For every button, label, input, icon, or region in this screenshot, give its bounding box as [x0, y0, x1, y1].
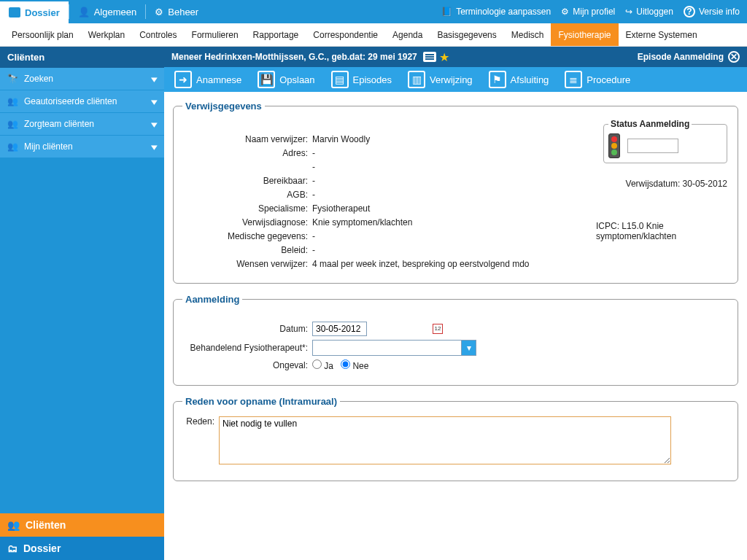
link-label: Terminologie aanpassen: [456, 7, 551, 17]
top-tab-beheer[interactable]: ⚙ Beheer: [146, 0, 207, 23]
subnav-formulieren[interactable]: Formulieren: [185, 23, 246, 46]
lbl-ongeval: Ongeval:: [182, 360, 312, 370]
top-tabs: Dossier 👤 Algemeen ⚙ Beheer: [0, 0, 207, 23]
patient-title: Meneer Hedrinkxen-Motthijssen, G.C., geb…: [171, 52, 417, 62]
close-icon[interactable]: ✕: [728, 51, 740, 63]
group-aanmelding: Aanmelding Datum: Behandelend Fysiothera…: [173, 294, 738, 386]
subnav-fysiotherapie[interactable]: Fysiotherapie: [551, 23, 618, 46]
lbl-bereikbaar: Bereikbaar:: [182, 176, 312, 186]
top-tab-label: Algemeen: [94, 7, 137, 18]
subnav-controles[interactable]: Controles: [132, 23, 184, 46]
group-legend: Aanmelding: [182, 294, 242, 305]
sidebar-header: Cliënten: [0, 47, 164, 68]
tool-label: Opslaan: [279, 74, 314, 85]
tool-anamnese[interactable]: ➜Anamnese: [167, 68, 249, 91]
people-icon: 👥: [7, 519, 20, 531]
link-versie-info[interactable]: ?Versie info: [684, 6, 740, 18]
link-mijn-profiel[interactable]: ⚙Mijn profiel: [561, 7, 615, 17]
traffic-light-icon: [608, 133, 620, 158]
sidebar-item-mijn-clienten[interactable]: 👥 Mijn cliënten: [0, 136, 164, 158]
folders-icon: 🗂: [7, 542, 18, 554]
subnav-persoonlijk-plan[interactable]: Persoonlijk plan: [4, 23, 81, 46]
note-icon: ▥: [408, 71, 425, 88]
lbl-medische-gegevens: Medische gegevens:: [182, 231, 312, 241]
tool-procedure[interactable]: ≣Procedure: [557, 68, 638, 91]
top-tab-dossier[interactable]: Dossier: [0, 0, 69, 23]
tool-label: Verwijzing: [430, 74, 473, 85]
icpc-info: ICPC: L15.0 Knie symptomen/klachten: [596, 221, 727, 241]
verwijsdatum-info: Verwijsdatum: 30-05-2012: [626, 179, 727, 189]
calendar-icon[interactable]: [433, 324, 443, 334]
sidebar-item-zoeken[interactable]: 🔭 Zoeken: [0, 68, 164, 90]
top-tab-algemeen[interactable]: 👤 Algemeen: [69, 0, 146, 23]
sidebar-item-geautoriseerde[interactable]: 👥 Geautoriseerde cliënten: [0, 90, 164, 113]
people-icon: 👥: [7, 119, 18, 129]
select-display[interactable]: [312, 340, 462, 356]
people-icon: 👥: [7, 141, 18, 152]
group-legend: Reden voor opname (Intramuraal): [182, 396, 340, 407]
sidebar-item-label: Zoeken: [24, 74, 53, 84]
sidebar-item-zorgteam[interactable]: 👥 Zorgteam cliënten: [0, 113, 164, 136]
chevron-down-icon[interactable]: ▾: [462, 340, 476, 356]
link-label: Versie info: [699, 7, 740, 17]
bottom-tab-clienten[interactable]: 👥 Cliënten: [0, 513, 164, 537]
card-icon[interactable]: [423, 52, 436, 62]
help-icon: ?: [684, 6, 695, 18]
val-agb: -: [312, 190, 729, 200]
bottom-tab-label: Dossier: [23, 542, 61, 554]
patient-bar: Meneer Hedrinkxen-Motthijssen, G.C., geb…: [164, 47, 747, 67]
binoculars-icon: 🔭: [7, 74, 18, 84]
verwijsdatum-value: 30-05-2012: [683, 179, 727, 189]
gear-icon: ⚙: [561, 7, 569, 17]
logout-icon: ↪: [625, 7, 632, 17]
link-terminologie[interactable]: 📘Terminologie aanpassen: [441, 7, 551, 17]
subnav-correspondentie[interactable]: Correspondentie: [306, 23, 385, 46]
link-label: Uitloggen: [636, 7, 673, 17]
ongeval-ja-option[interactable]: Ja: [312, 359, 333, 371]
chevron-down-icon: [152, 118, 157, 130]
ongeval-nee-radio[interactable]: [341, 359, 350, 369]
subnav-werkplan[interactable]: Werkplan: [81, 23, 132, 46]
tool-opslaan[interactable]: 💾Opslaan: [250, 68, 322, 91]
subnav-medisch[interactable]: Medisch: [504, 23, 551, 46]
bottom-tab-label: Cliënten: [26, 519, 66, 531]
ongeval-nee-option[interactable]: Nee: [341, 359, 368, 371]
tool-verwijzing[interactable]: ▥Verwijzing: [400, 68, 480, 91]
chevron-down-icon: [152, 141, 157, 152]
subnav-rapportage[interactable]: Rapportage: [246, 23, 306, 46]
star-icon[interactable]: ★: [439, 50, 449, 64]
behandelend-fysio-select[interactable]: ▾: [312, 340, 729, 356]
subnav-agenda[interactable]: Agenda: [385, 23, 430, 46]
status-aanmelding-box: Status Aanmelding: [603, 119, 727, 163]
chevron-down-icon: [152, 73, 157, 85]
content: Verwijsgegevens Status Aanmelding Verwi: [164, 92, 747, 560]
status-field[interactable]: [627, 139, 678, 153]
tool-afsluiting[interactable]: ⚑Afsluiting: [481, 68, 557, 91]
aanmelding-datum-input[interactable]: [312, 322, 367, 336]
sidebar-item-label: Zorgteam cliënten: [24, 119, 94, 129]
sidebar-item-label: Mijn cliënten: [24, 141, 73, 152]
top-tab-label: Beheer: [168, 7, 198, 18]
reden-textarea[interactable]: [219, 416, 671, 464]
list-icon: ≣: [565, 71, 582, 88]
link-label: Mijn profiel: [573, 7, 615, 17]
top-links: 📘Terminologie aanpassen ⚙Mijn profiel ↪U…: [441, 0, 747, 23]
chevron-down-icon: [152, 96, 157, 107]
lbl-agb: AGB:: [182, 190, 312, 200]
ongeval-ja-radio[interactable]: [312, 359, 322, 369]
topbar: Dossier 👤 Algemeen ⚙ Beheer 📘Terminologi…: [0, 0, 747, 23]
subnav-externe-systemen[interactable]: Externe Systemen: [619, 23, 705, 46]
group-verwijsgegevens: Verwijsgegevens Status Aanmelding Verwi: [173, 101, 738, 284]
link-uitloggen[interactable]: ↪Uitloggen: [625, 7, 673, 17]
subnav-basisgegevens[interactable]: Basisgegevens: [430, 23, 503, 46]
tool-label: Anamnese: [196, 74, 241, 85]
val-wensen-verwijzer: 4 maal per week inzet, bespreking op eer…: [312, 259, 729, 269]
card-icon: [9, 7, 20, 18]
lbl-beh-fysio: Behandelend Fysiotherapeut*:: [182, 343, 312, 353]
lbl-beleid: Beleid:: [182, 245, 312, 255]
bottom-tab-dossier[interactable]: 🗂 Dossier: [0, 537, 164, 560]
gear-icon: ⚙: [155, 7, 163, 18]
tool-episodes[interactable]: ▤Episodes: [324, 68, 399, 91]
status-legend: Status Aanmelding: [608, 119, 692, 129]
lbl-naam-verwijzer: Naam verwijzer:: [182, 134, 312, 144]
